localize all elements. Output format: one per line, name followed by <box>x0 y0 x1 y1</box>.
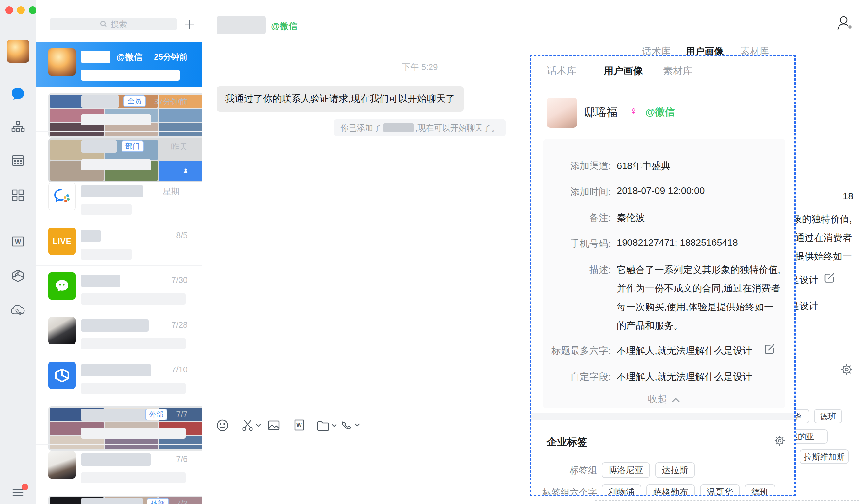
redacted-name <box>81 364 151 376</box>
redacted-name <box>81 498 143 504</box>
chat-list-item[interactable]: 7/10 <box>36 355 202 400</box>
w-doc-icon[interactable]: W <box>10 234 26 249</box>
contact-avatar <box>48 317 76 344</box>
female-icon: ♀ <box>630 105 638 117</box>
tag-chip[interactable]: 博洛尼亚 <box>602 462 650 478</box>
cloud-call-icon[interactable] <box>10 302 26 318</box>
doc-button[interactable]: W <box>293 418 306 431</box>
redacted-name <box>81 453 151 466</box>
chat-list-item[interactable]: 外部 7/7 <box>36 400 202 444</box>
new-chat-button[interactable] <box>182 17 197 31</box>
edit-icon[interactable] <box>824 272 835 284</box>
folder-button[interactable] <box>316 418 337 433</box>
add-person-icon <box>835 14 853 32</box>
field-value: 19082127471; 18825165418 <box>617 237 738 248</box>
redacted-preview <box>81 338 186 349</box>
all-members-badge: 全员 <box>124 95 146 107</box>
add-contact-button[interactable] <box>835 14 853 32</box>
field-value: 不理解人,就无法理解什么是设计 <box>617 344 752 358</box>
tag-chip[interactable]: 德班 <box>745 484 775 496</box>
chat-list-item[interactable]: 7/6 <box>36 444 202 489</box>
wecom-logo-avatar <box>48 183 76 210</box>
phone-icon <box>340 418 353 431</box>
tag-chip[interactable]: 温哥华 <box>700 484 739 496</box>
image-button[interactable] <box>267 418 280 432</box>
calendar-icon[interactable] <box>10 153 26 168</box>
chevron-down-icon <box>354 422 360 428</box>
chat-list-item-selected[interactable]: @微信 25分钟前 <box>36 42 202 87</box>
collapse-button[interactable]: 收起 <box>543 393 785 406</box>
close-traffic-light[interactable] <box>5 6 13 14</box>
timestamp: 7/6 <box>176 454 187 464</box>
redacted-name <box>81 409 151 421</box>
live-avatar: LIVE <box>48 228 76 255</box>
timestamp: 7/28 <box>172 320 187 330</box>
redacted-name <box>81 230 101 242</box>
wechat-logo-avatar <box>48 272 76 300</box>
system-message-prefix: 你已添加了 <box>341 122 382 133</box>
scissors-icon <box>241 418 254 432</box>
field-label: 备注: <box>531 211 611 224</box>
field-label: 标题最多六字: <box>531 344 611 358</box>
chat-list-item[interactable]: 7/28 <box>36 310 202 355</box>
chat-title-handle: @微信 <box>271 20 297 32</box>
field-value: 不理解人,就无法理解什么是设计 <box>617 371 752 384</box>
field-value: 2018-07-09 12:00:00 <box>617 185 704 196</box>
gear-icon[interactable] <box>772 433 787 448</box>
notification-dot <box>22 484 28 490</box>
chat-list-item[interactable]: 星期二 <box>36 176 202 221</box>
redacted-preview <box>81 472 186 483</box>
emoji-icon <box>216 418 229 432</box>
field-label: 添加时间: <box>531 185 611 198</box>
profile-handle: @微信 <box>646 105 675 119</box>
timestamp: 25分钟前 <box>154 52 187 62</box>
field-value: 618年中盛典 <box>617 160 670 173</box>
profile-avatar <box>547 98 577 128</box>
user-portrait-panel: 话术库 用户画像 素材库 邸瑶福 ♀ @微信 添加渠道: 618年中盛典 添加时… <box>530 54 796 496</box>
chat-list-item[interactable]: 部门 昨天 <box>36 131 202 176</box>
workbench-grid-icon[interactable] <box>10 188 26 203</box>
field-value: 秦伦波 <box>617 211 645 224</box>
cube-icon[interactable] <box>10 268 26 284</box>
description-line: 的产品和服务。 <box>617 319 683 332</box>
tag-chip-bg[interactable]: 德班 <box>814 409 842 423</box>
tab-scripts[interactable]: 话术库 <box>547 64 576 78</box>
user-avatar[interactable] <box>7 40 29 63</box>
search-placeholder: 搜索 <box>111 19 127 30</box>
screenshot-button[interactable] <box>241 418 261 432</box>
tag-group-row: 利物浦 萨格勒布 温哥华 德班 <box>602 484 775 496</box>
redacted-inline-name <box>384 124 414 132</box>
gear-icon[interactable] <box>838 361 855 378</box>
tag-chip[interactable]: 利物浦 <box>602 484 641 496</box>
tag-chip-bg[interactable]: 拉斯维加斯 <box>800 450 849 464</box>
tag-group-label: 标签组六个字 <box>531 486 597 496</box>
timestamp: 7/7 <box>176 410 187 419</box>
plus-icon <box>183 18 196 30</box>
wechat-work-window: W 搜索 @微信 25分钟前 全员 <box>0 0 863 504</box>
emoji-button[interactable] <box>216 418 229 432</box>
zoom-traffic-light[interactable] <box>29 6 37 14</box>
chat-list-item[interactable]: 7/30 <box>36 266 202 310</box>
person-icon <box>183 168 188 174</box>
chat-list-item[interactable]: 外部 7/3 <box>36 489 202 504</box>
redacted-name <box>81 51 110 63</box>
tag-chip[interactable]: 达拉斯 <box>655 462 695 478</box>
chat-list-item[interactable]: LIVE 8/5 <box>36 221 202 266</box>
contacts-org-icon[interactable] <box>10 119 26 135</box>
timestamp: 7/30 <box>172 275 187 285</box>
chats-nav-icon[interactable] <box>10 86 26 102</box>
minimize-traffic-light[interactable] <box>17 6 25 14</box>
section-divider <box>531 413 796 421</box>
call-button[interactable] <box>340 418 360 431</box>
chat-list-item[interactable]: 全员 37分钟前 <box>36 87 202 131</box>
tag-chip[interactable]: 萨格勒布 <box>647 484 695 496</box>
live-label: LIVE <box>53 237 71 246</box>
redacted-name <box>81 185 143 197</box>
w-glyph: W <box>296 422 302 429</box>
phone-fragment: 18 <box>843 191 853 202</box>
search-input[interactable]: 搜索 <box>50 18 177 30</box>
chevron-down-icon <box>331 423 337 429</box>
tab-user-portrait[interactable]: 用户画像 <box>604 64 643 78</box>
tab-materials[interactable]: 素材库 <box>663 64 692 78</box>
edit-icon[interactable] <box>764 343 775 355</box>
